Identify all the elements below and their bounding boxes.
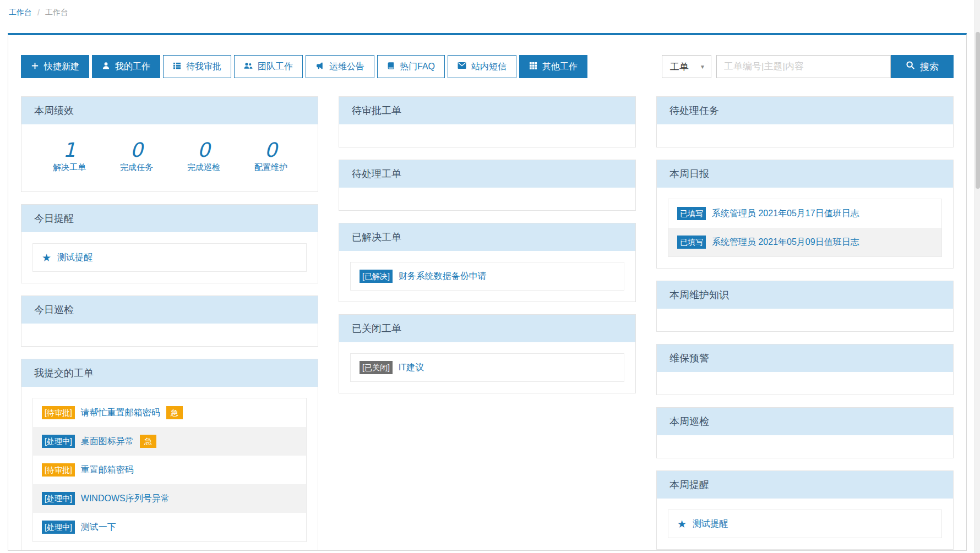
filled-badge[interactable]: 已填写 [677, 207, 706, 220]
left-column: 本周绩效 1 解决工单 0 完成任务 0 完成巡检 0 [21, 96, 318, 551]
breadcrumb-separator: / [37, 8, 40, 17]
quick-create-button[interactable]: 快捷新建 [21, 55, 89, 78]
panel-pending-approval-tickets: 待审批工单 [339, 96, 636, 147]
report-link[interactable]: 系统管理员 2021年05月17日值班日志 [712, 208, 859, 220]
stat-label: 解决工单 [36, 162, 103, 173]
reminder-item: ★ 测试提醒 [32, 243, 307, 272]
panel-title: 本周巡检 [657, 408, 953, 435]
empty-panel-body [21, 324, 318, 346]
stat-label: 完成巡检 [170, 162, 237, 173]
weekly-performance-stats: 1 解决工单 0 完成任务 0 完成巡检 0 配置维护 [21, 124, 318, 191]
panel-title: 待处理工单 [339, 160, 635, 188]
search-icon [906, 61, 915, 73]
panel-title: 我提交的工单 [21, 359, 318, 387]
ticket-row: [待审批] 请帮忙重置邮箱密码 急 [33, 398, 306, 427]
search-group: 工单 ▼ 搜索 [662, 55, 954, 78]
panel-my-tickets: 我提交的工单 [待审批] 请帮忙重置邮箱密码 急 [处理中] 桌面图标异常 急 [21, 359, 318, 551]
ticket-link[interactable]: 重置邮箱密码 [81, 464, 134, 476]
weekly-report-list: 已填写 系统管理员 2021年05月17日值班日志 已填写 系统管理员 2021… [668, 199, 942, 257]
vertical-scrollbar[interactable] [974, 0, 980, 553]
search-input[interactable] [716, 55, 891, 78]
panel-title: 本周日报 [657, 160, 953, 188]
status-badge[interactable]: [待审批] [42, 406, 75, 419]
panel-title: 维保预警 [657, 344, 953, 372]
panel-resolved-tickets: 已解决工单 [已解决] 财务系统数据备份申请 [339, 223, 636, 302]
ticket-link[interactable]: 测试一下 [81, 522, 116, 533]
search-button[interactable]: 搜索 [891, 55, 954, 78]
status-badge[interactable]: [已关闭] [360, 361, 393, 374]
stat-value: 0 [237, 139, 304, 161]
status-badge[interactable]: [已解决] [360, 270, 393, 283]
panel-title: 今日提醒 [21, 205, 318, 232]
panel-title: 今日巡检 [21, 296, 318, 324]
middle-column: 待审批工单 待处理工单 已解决工单 [已解决] 财务系统数据备份申请 已关闭工单 [339, 96, 636, 551]
ticket-item: [已解决] 财务系统数据备份申请 [350, 262, 624, 291]
user-icon [102, 62, 110, 72]
status-badge[interactable]: [处理中] [42, 521, 75, 534]
stat-value: 1 [36, 139, 103, 161]
urgent-badge: 急 [140, 435, 156, 448]
ticket-link[interactable]: 请帮忙重置邮箱密码 [81, 407, 160, 419]
panel-weekly-reminder: 本周提醒 ★ 测试提醒 [656, 470, 954, 550]
breadcrumb-root-link[interactable]: 工作台 [9, 8, 32, 18]
stat-value: 0 [103, 139, 170, 161]
my-work-button[interactable]: 我的工作 [92, 55, 160, 78]
search-button-label: 搜索 [920, 61, 939, 73]
ticket-item: [已关闭] IT建议 [350, 353, 624, 382]
other-work-label: 其他工作 [542, 61, 578, 73]
panel-today-reminder: 今日提醒 ★ 测试提醒 [21, 204, 318, 283]
panel-closed-tickets: 已关闭工单 [已关闭] IT建议 [339, 314, 636, 393]
panel-title: 已解决工单 [339, 223, 635, 251]
reminder-item: ★ 测试提醒 [668, 510, 942, 538]
list-icon [173, 62, 181, 72]
stat-label: 配置维护 [237, 162, 304, 173]
stat-label: 完成任务 [103, 162, 170, 173]
my-work-label: 我的工作 [115, 61, 150, 73]
breadcrumb-current: 工作台 [45, 8, 68, 18]
search-category-select[interactable]: 工单 ▼ [662, 55, 711, 78]
panel-today-inspection: 今日巡检 [21, 295, 318, 347]
site-message-button[interactable]: 站内短信 [448, 55, 516, 78]
plus-icon [31, 62, 39, 72]
ticket-link[interactable]: 桌面图标异常 [81, 436, 134, 447]
team-work-button[interactable]: 团队工作 [234, 55, 303, 78]
megaphone-icon [315, 62, 324, 72]
filled-badge[interactable]: 已填写 [677, 236, 706, 249]
ticket-link[interactable]: WINDOWS序列号异常 [81, 493, 170, 505]
reminder-link[interactable]: 测试提醒 [57, 252, 92, 264]
grid-icon [529, 62, 537, 72]
status-badge[interactable]: [待审批] [42, 463, 75, 477]
star-icon: ★ [677, 519, 687, 529]
right-column: 待处理任务 本周日报 已填写 系统管理员 2021年05月17日值班日志 已填写… [656, 96, 954, 551]
report-link[interactable]: 系统管理员 2021年05月09日值班日志 [712, 237, 859, 248]
ops-announcement-label: 运维公告 [329, 61, 364, 73]
ticket-link[interactable]: IT建议 [399, 362, 424, 374]
pending-my-approval-button[interactable]: 待我审批 [163, 55, 231, 78]
ticket-link[interactable]: 财务系统数据备份申请 [399, 271, 487, 282]
other-work-button[interactable]: 其他工作 [519, 55, 587, 78]
dashboard-columns: 本周绩效 1 解决工单 0 完成任务 0 完成巡检 0 [21, 96, 954, 551]
status-badge[interactable]: [处理中] [42, 492, 75, 505]
breadcrumb: 工作台 / 工作台 [9, 8, 68, 18]
scrollbar-thumb[interactable] [976, 32, 980, 189]
urgent-badge: 急 [166, 406, 183, 419]
reminder-link[interactable]: 测试提醒 [693, 518, 728, 530]
book-icon [387, 62, 395, 72]
empty-panel-body [657, 372, 953, 395]
chevron-down-icon: ▼ [700, 64, 705, 70]
stat-completed-inspections: 0 完成巡检 [170, 139, 237, 173]
team-icon [244, 62, 253, 72]
my-tickets-list: [待审批] 请帮忙重置邮箱密码 急 [处理中] 桌面图标异常 急 [待审批] 重… [32, 398, 307, 542]
report-row: 已填写 系统管理员 2021年05月09日值班日志 [668, 228, 941, 256]
status-badge[interactable]: [处理中] [42, 435, 75, 448]
panel-weekly-inspection: 本周巡检 [656, 407, 954, 458]
workbench-container: 快捷新建 我的工作 待我审批 团队工作 运维公告 热门FAQ [8, 33, 967, 551]
stat-resolved-tickets: 1 解决工单 [36, 139, 103, 173]
empty-panel-body [657, 124, 953, 147]
quick-create-label: 快捷新建 [44, 61, 79, 73]
panel-pending-process-tickets: 待处理工单 [339, 160, 636, 211]
ops-announcement-button[interactable]: 运维公告 [306, 55, 374, 78]
empty-panel-body [339, 188, 635, 210]
hot-faq-button[interactable]: 热门FAQ [377, 55, 445, 78]
hot-faq-label: 热门FAQ [400, 61, 435, 73]
